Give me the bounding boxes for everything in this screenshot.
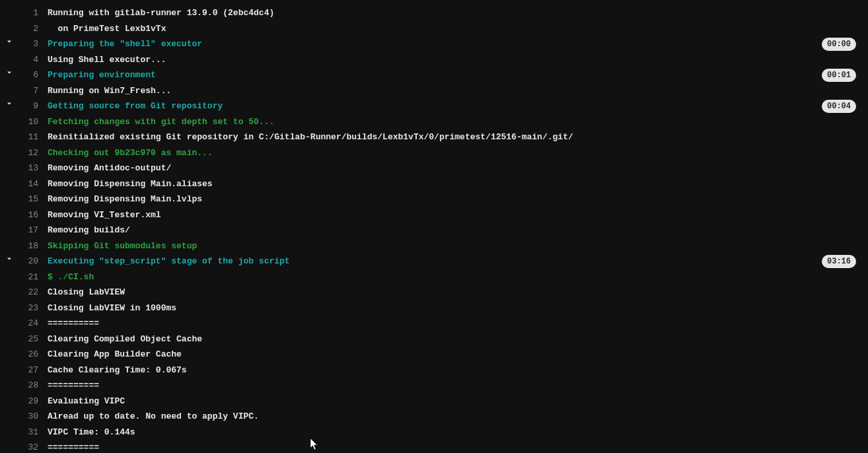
log-text: ========== <box>41 441 868 453</box>
log-line[interactable]: 30Alread up to date. No need to apply VI… <box>0 409 868 425</box>
log-line[interactable]: 24========== <box>0 316 868 331</box>
chevron-down-icon <box>5 38 13 46</box>
log-text: Preparing the "shell" executor <box>41 38 868 51</box>
collapse-toggle-col[interactable] <box>0 255 18 263</box>
log-line[interactable]: 12Checking out 9b23c970 as main... <box>0 145 868 161</box>
collapse-toggle-col[interactable] <box>0 38 18 46</box>
line-number[interactable]: 20 <box>18 255 41 268</box>
line-number[interactable]: 15 <box>18 193 41 206</box>
line-number[interactable]: 21 <box>18 271 41 284</box>
log-text: Preparing environment <box>41 69 868 82</box>
log-text: VIPC Time: 0.144s <box>41 426 868 439</box>
line-number[interactable]: 27 <box>18 364 41 377</box>
log-text: Removing VI_Tester.xml <box>41 209 868 222</box>
log-text: Removing Antidoc-output/ <box>41 162 868 175</box>
log-text: Clearing Compiled Object Cache <box>41 333 868 346</box>
log-text: $ ./CI.sh <box>41 271 868 284</box>
log-line[interactable]: 20Executing "step_script" stage of the j… <box>0 254 868 269</box>
line-number[interactable]: 16 <box>18 209 41 222</box>
line-number[interactable]: 3 <box>18 38 41 51</box>
line-number[interactable]: 29 <box>18 395 41 408</box>
duration-badge: 00:04 <box>822 100 856 113</box>
chevron-down-icon <box>5 100 13 108</box>
log-line[interactable]: 16Removing VI_Tester.xml <box>0 207 868 223</box>
log-line[interactable]: 23Closing LabVIEW in 1000ms <box>0 300 868 316</box>
log-text: Getting source from Git repository <box>41 100 868 113</box>
line-number[interactable]: 22 <box>18 286 41 299</box>
line-number[interactable]: 28 <box>18 379 41 392</box>
log-line[interactable]: 31VIPC Time: 0.144s <box>0 425 868 440</box>
line-number[interactable]: 14 <box>18 178 41 191</box>
log-line[interactable]: 28========== <box>0 378 868 394</box>
line-number[interactable]: 30 <box>18 410 41 423</box>
line-number[interactable]: 26 <box>18 348 41 361</box>
log-text: Removing Dispensing Main.aliases <box>41 178 868 191</box>
log-line[interactable]: 32========== <box>0 440 868 453</box>
log-text: Clearing App Builder Cache <box>41 348 868 361</box>
log-line[interactable]: 14Removing Dispensing Main.aliases <box>0 176 868 192</box>
line-number[interactable]: 2 <box>18 22 41 36</box>
log-text: Running with gitlab-runner 13.9.0 (2ebc4… <box>41 7 868 20</box>
log-line[interactable]: 11Reinitialized existing Git repository … <box>0 129 868 145</box>
line-number[interactable]: 18 <box>18 240 41 253</box>
collapse-toggle-col[interactable] <box>0 100 18 108</box>
log-line[interactable]: 7Running on Win7_Fresh... <box>0 83 868 99</box>
line-number[interactable]: 31 <box>18 426 41 439</box>
line-number[interactable]: 13 <box>18 162 41 175</box>
chevron-down-icon <box>5 255 13 263</box>
collapse-toggle-col[interactable] <box>0 69 18 77</box>
duration-badge: 00:01 <box>822 69 856 82</box>
log-text: Executing "step_script" stage of the job… <box>41 255 868 268</box>
log-line[interactable]: 25Clearing Compiled Object Cache <box>0 331 868 347</box>
log-text: Checking out 9b23c970 as main... <box>41 147 868 160</box>
line-number[interactable]: 11 <box>18 131 41 144</box>
line-number[interactable]: 23 <box>18 302 41 315</box>
line-number[interactable]: 12 <box>18 147 41 160</box>
log-text: Reinitialized existing Git repository in… <box>41 131 868 144</box>
log-line[interactable]: 2 on PrimeTest Lexb1vTx <box>0 21 868 37</box>
log-text: Closing LabVIEW <box>41 286 868 299</box>
log-text: Alread up to date. No need to apply VIPC… <box>41 410 868 423</box>
line-number[interactable]: 24 <box>18 317 41 330</box>
log-line[interactable]: 29Evaluating VIPC <box>0 394 868 409</box>
line-number[interactable]: 32 <box>18 441 41 453</box>
log-text: Cache Clearing Time: 0.067s <box>41 364 868 377</box>
log-text: ========== <box>41 317 868 330</box>
line-number[interactable]: 9 <box>18 100 41 113</box>
log-line[interactable]: 17Removing builds/ <box>0 223 868 238</box>
log-text: Removing Dispensing Main.lvlps <box>41 193 868 206</box>
log-text: Evaluating VIPC <box>41 395 868 408</box>
log-line[interactable]: 15Removing Dispensing Main.lvlps <box>0 192 868 207</box>
log-line[interactable]: 3Preparing the "shell" executor00:00 <box>0 36 868 52</box>
log-line[interactable]: 9Getting source from Git repository00:04 <box>0 98 868 114</box>
log-line[interactable]: 21$ ./CI.sh <box>0 269 868 285</box>
line-number[interactable]: 6 <box>18 69 41 82</box>
ci-log-output: 1Running with gitlab-runner 13.9.0 (2ebc… <box>0 5 868 453</box>
log-line[interactable]: 6Preparing environment00:01 <box>0 67 868 83</box>
duration-badge: 03:16 <box>822 255 856 268</box>
log-text: Fetching changes with git depth set to 5… <box>41 116 868 129</box>
log-line[interactable]: 13Removing Antidoc-output/ <box>0 160 868 176</box>
log-line[interactable]: 18Skipping Git submodules setup <box>0 238 868 254</box>
chevron-down-icon <box>5 69 13 77</box>
log-text: Running on Win7_Fresh... <box>41 85 868 98</box>
line-number[interactable]: 25 <box>18 333 41 346</box>
line-number[interactable]: 7 <box>18 85 41 98</box>
log-line[interactable]: 26Clearing App Builder Cache <box>0 347 868 363</box>
line-number[interactable]: 17 <box>18 224 41 237</box>
log-line[interactable]: 22Closing LabVIEW <box>0 285 868 300</box>
log-line[interactable]: 10Fetching changes with git depth set to… <box>0 114 868 130</box>
log-line[interactable]: 27Cache Clearing Time: 0.067s <box>0 363 868 378</box>
log-text: Removing builds/ <box>41 224 868 237</box>
log-text: ========== <box>41 379 868 392</box>
duration-badge: 00:00 <box>822 38 856 51</box>
log-line[interactable]: 1Running with gitlab-runner 13.9.0 (2ebc… <box>0 5 868 21</box>
log-text: Skipping Git submodules setup <box>41 240 868 253</box>
line-number[interactable]: 1 <box>18 7 41 20</box>
log-text: Using Shell executor... <box>41 53 868 67</box>
log-text: on PrimeTest Lexb1vTx <box>41 22 868 36</box>
log-line[interactable]: 4Using Shell executor... <box>0 52 868 68</box>
line-number[interactable]: 4 <box>18 53 41 67</box>
line-number[interactable]: 10 <box>18 116 41 129</box>
log-text: Closing LabVIEW in 1000ms <box>41 302 868 315</box>
